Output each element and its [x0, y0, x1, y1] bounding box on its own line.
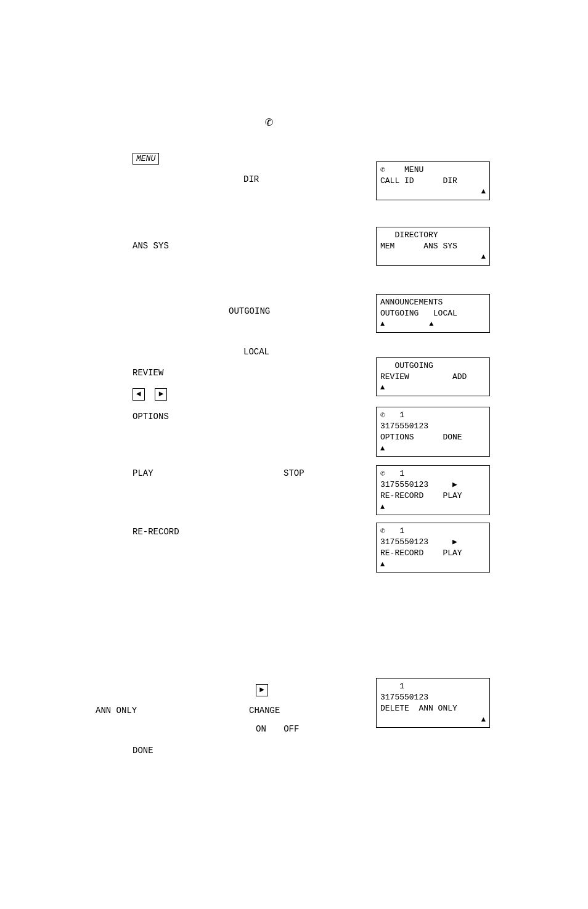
options-label: OPTIONS — [133, 412, 169, 422]
lcd2-line2: MEM ANS SYS — [380, 241, 486, 252]
play-arrow-icon: ► — [256, 684, 268, 696]
done-label: DONE — [133, 746, 153, 756]
lcd1-line2: CALL ID DIR — [380, 176, 486, 187]
lcd6-line1: ✆ 1 — [380, 468, 486, 479]
dir-label: DIR — [243, 174, 259, 184]
on-off-labels: ON OFF — [256, 724, 299, 734]
phone-icon-top: ✆ — [265, 114, 273, 131]
lcd-screen-5: ✆ 1 3175550123 OPTIONS DONE ▲ — [376, 407, 490, 457]
lcd8-line3: DELETE ANN ONLY — [380, 703, 486, 714]
review-label: REVIEW — [133, 368, 163, 378]
lcd-screen-3: ANNOUNCEMENTS OUTGOING LOCAL ▲ ▲ — [376, 294, 490, 333]
nav-arrows: ◄ ► — [133, 388, 167, 401]
lcd-screen-4: OUTGOING REVIEW ADD ▲ — [376, 357, 490, 396]
lcd4-line2: REVIEW ADD — [380, 372, 486, 383]
lcd1-phone: ✆ MENU — [380, 165, 486, 176]
change-label: CHANGE — [249, 706, 280, 715]
outgoing-label: OUTGOING — [229, 306, 270, 316]
re-record-label: RE-RECORD — [133, 527, 179, 537]
lcd5-line1: ✆ 1 — [380, 410, 486, 421]
ann-only-label: ANN ONLY — [96, 706, 137, 715]
lcd7-line2: 3175550123 ▶ — [380, 537, 486, 548]
lcd2-line1: DIRECTORY — [380, 230, 486, 241]
lcd1-arrow: ▲ — [380, 187, 486, 197]
lcd5-line2: 3175550123 — [380, 421, 486, 432]
lcd3-line1: ANNOUNCEMENTS — [380, 297, 486, 308]
lcd8-arrow: ▲ — [380, 715, 486, 725]
prev-arrow[interactable]: ◄ — [133, 388, 145, 401]
play-label: PLAY — [133, 468, 153, 478]
ans-sys-label: ANS SYS — [133, 241, 169, 251]
menu-label: MENU — [136, 154, 155, 163]
lcd-screen-1: ✆ MENU CALL ID DIR ▲ — [376, 161, 490, 200]
lcd8-line1: 1 — [380, 681, 486, 692]
lcd7-line3: RE-RECORD PLAY — [380, 548, 486, 559]
stop-label: STOP — [284, 468, 304, 478]
lcd6-arrow: ▲ — [380, 502, 486, 513]
lcd4-arrow: ▲ — [380, 383, 486, 393]
lcd5-arrow: ▲ — [380, 444, 486, 454]
lcd7-line1: ✆ 1 — [380, 526, 486, 537]
lcd-screen-6: ✆ 1 3175550123 ▶ RE-RECORD PLAY ▲ — [376, 465, 490, 515]
lcd-screen-7: ✆ 1 3175550123 ▶ RE-RECORD PLAY ▲ — [376, 523, 490, 573]
lcd8-line2: 3175550123 — [380, 692, 486, 703]
menu-button[interactable]: MENU — [133, 153, 159, 165]
lcd7-arrow: ▲ — [380, 560, 486, 570]
lcd-screen-8: 1 3175550123 DELETE ANN ONLY ▲ — [376, 678, 490, 728]
next-arrow[interactable]: ► — [155, 388, 167, 401]
lcd6-line2: 3175550123 ▶ — [380, 479, 486, 491]
local-label: LOCAL — [243, 347, 269, 357]
lcd-screen-2: DIRECTORY MEM ANS SYS ▲ — [376, 227, 490, 266]
lcd3-arrows: ▲ ▲ — [380, 319, 486, 330]
lcd3-line2: OUTGOING LOCAL — [380, 308, 486, 319]
lcd2-arrow: ▲ — [380, 252, 486, 263]
lcd4-line1: OUTGOING — [380, 361, 486, 372]
lcd6-line3: RE-RECORD PLAY — [380, 491, 486, 502]
lcd5-line3: OPTIONS DONE — [380, 432, 486, 443]
